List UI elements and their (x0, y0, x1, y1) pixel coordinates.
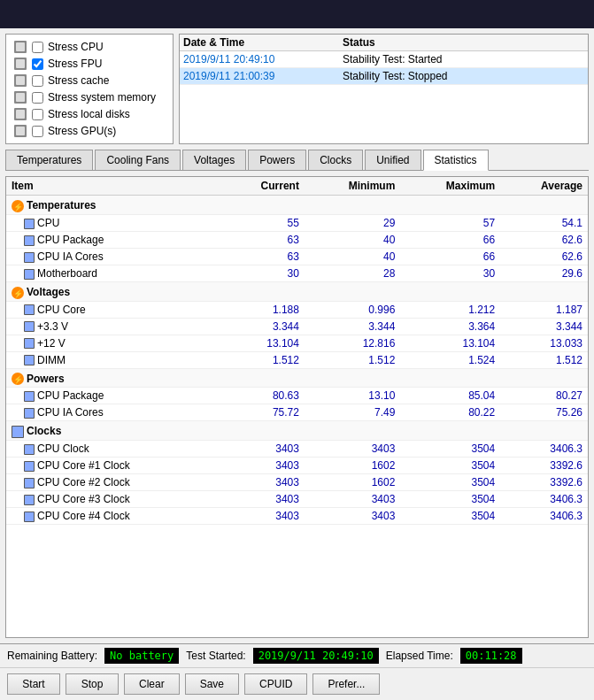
svg-rect-52 (25, 512, 34, 521)
svg-rect-39 (12, 427, 18, 432)
svg-rect-19 (25, 253, 34, 262)
svg-rect-3 (16, 59, 25, 68)
svg-rect-9 (16, 110, 25, 119)
stress-icon-stress-cache (13, 73, 27, 88)
svg-text:⚡: ⚡ (13, 288, 24, 299)
log-header-date: Date & Time (183, 36, 343, 49)
log-header: Date & TimeStatus (180, 35, 588, 51)
table-row: +3.3 V3.3443.3443.3643.344 (6, 318, 588, 335)
data-table-container[interactable]: ItemCurrentMinimumMaximumAverage⚡Tempera… (5, 176, 589, 638)
table-row: CPU Core #3 Clock3403340335043406.3 (6, 491, 588, 508)
svg-rect-17 (25, 236, 34, 245)
table-row: Motherboard30283029.6 (6, 265, 588, 281)
statistics-table: ItemCurrentMinimumMaximumAverage⚡Tempera… (6, 177, 588, 525)
tab-statistics[interactable]: Statistics (423, 150, 489, 171)
cpuid-button[interactable]: CPUID (244, 673, 307, 695)
svg-rect-15 (25, 219, 34, 228)
table-row: CPU Core #2 Clock3403160235043392.6 (6, 474, 588, 491)
preferences-button[interactable]: Prefer... (312, 673, 380, 695)
stress-item-stress-fpu[interactable]: Stress FPU (13, 57, 166, 71)
checkbox-stress-cache[interactable] (32, 75, 43, 87)
table-row: CPU Package80.6313.1085.0480.27 (6, 388, 588, 404)
section-voltages: ⚡Voltages (6, 281, 588, 301)
tab-unified[interactable]: Unified (365, 150, 420, 170)
checkbox-stress-disk[interactable] (32, 109, 43, 120)
save-button[interactable]: Save (185, 673, 239, 695)
col-header-maximum: Maximum (400, 177, 500, 196)
section-clocks: Clocks (6, 421, 588, 441)
col-header-current: Current (222, 177, 305, 196)
svg-rect-37 (25, 409, 34, 418)
stress-icon-stress-fpu (13, 57, 27, 71)
test-started-label: Test Started: (186, 650, 245, 662)
tab-cooling-fans[interactable]: Cooling Fans (95, 150, 181, 170)
tab-clocks[interactable]: Clocks (308, 150, 363, 170)
svg-rect-7 (16, 93, 25, 102)
svg-rect-44 (25, 445, 34, 454)
tabs-section: TemperaturesCooling FansVoltagesPowersCl… (0, 150, 594, 171)
log-status-0: Stability Test: Started (343, 53, 584, 65)
col-header-item: Item (6, 177, 222, 196)
stress-item-stress-memory[interactable]: Stress system memory (13, 90, 166, 104)
svg-rect-11 (16, 127, 25, 135)
log-header-status: Status (343, 36, 584, 49)
table-row: CPU Core #1 Clock3403160235043392.6 (6, 458, 588, 474)
tab-temperatures[interactable]: Temperatures (5, 150, 93, 170)
table-row: CPU Package63406662.6 (6, 231, 588, 248)
stress-icon-stress-memory (13, 90, 27, 104)
log-row-0: 2019/9/11 20:49:10Stability Test: Starte… (180, 51, 588, 68)
tab-voltages[interactable]: Voltages (182, 150, 246, 170)
svg-rect-31 (25, 356, 34, 365)
stress-item-stress-cpu[interactable]: Stress CPU (13, 40, 166, 54)
section-powers: ⚡Powers (6, 368, 588, 388)
title-bar (0, 0, 594, 28)
stress-label-stress-cache: Stress cache (48, 74, 109, 87)
elapsed-label: Elapsed Time: (386, 650, 453, 662)
table-row: +12 V13.10412.81613.10413.033 (6, 335, 588, 351)
svg-text:⚡: ⚡ (13, 374, 24, 385)
col-header-minimum: Minimum (305, 177, 400, 196)
stress-icon-stress-cpu (13, 40, 27, 54)
stress-label-stress-disk: Stress local disks (48, 108, 130, 120)
svg-rect-48 (25, 479, 34, 488)
stress-label-stress-gpu: Stress GPU(s) (48, 125, 116, 137)
checkbox-stress-gpu[interactable] (32, 126, 43, 137)
stress-item-stress-disk[interactable]: Stress local disks (13, 107, 166, 121)
svg-rect-42 (18, 432, 23, 437)
table-row: CPU IA Cores75.727.4980.2275.26 (6, 404, 588, 421)
clear-button[interactable]: Clear (124, 673, 180, 695)
checkbox-stress-cpu[interactable] (32, 42, 43, 53)
table-row: CPU Core #4 Clock3403340335043406.3 (6, 508, 588, 525)
svg-rect-21 (25, 270, 34, 279)
svg-rect-46 (25, 462, 34, 471)
log-status-1: Stability Test: Stopped (343, 70, 584, 82)
stress-item-stress-gpu[interactable]: Stress GPU(s) (13, 124, 166, 138)
svg-rect-41 (12, 432, 18, 437)
status-bar: Remaining Battery: No battery Test Start… (0, 643, 594, 667)
data-table-section: ItemCurrentMinimumMaximumAverage⚡Tempera… (0, 171, 594, 643)
button-bar: StartStopClearSaveCPUIDPrefer... (0, 667, 594, 700)
log-panel: Date & TimeStatus2019/9/11 20:49:10Stabi… (179, 34, 589, 144)
checkbox-stress-memory[interactable] (32, 92, 43, 104)
stress-label-stress-cpu: Stress CPU (48, 41, 104, 53)
tabs-bar: TemperaturesCooling FansVoltagesPowersCl… (5, 150, 589, 171)
log-date-0: 2019/9/11 20:49:10 (183, 53, 343, 65)
table-row: CPU Core1.1880.9961.2121.187 (6, 301, 588, 318)
checkbox-stress-fpu[interactable] (32, 58, 43, 70)
svg-text:⚡: ⚡ (13, 202, 24, 212)
svg-rect-25 (25, 305, 34, 314)
table-row: DIMM1.5121.5121.5241.512 (6, 351, 588, 368)
battery-value: No battery (104, 648, 179, 664)
start-button[interactable]: Start (7, 673, 60, 695)
top-section: Stress CPUStress FPUStress cacheStress s… (0, 28, 594, 150)
log-row-1: 2019/9/11 21:00:39Stability Test: Stoppe… (180, 68, 588, 85)
svg-rect-50 (25, 496, 34, 504)
stop-button[interactable]: Stop (66, 673, 119, 695)
table-row: CPU IA Cores63406662.6 (6, 248, 588, 265)
svg-rect-29 (25, 339, 34, 348)
stress-item-stress-cache[interactable]: Stress cache (13, 73, 166, 88)
tab-powers[interactable]: Powers (248, 150, 306, 170)
col-header-average: Average (500, 177, 588, 196)
log-date-1: 2019/9/11 21:00:39 (183, 70, 343, 82)
svg-rect-27 (25, 322, 34, 331)
